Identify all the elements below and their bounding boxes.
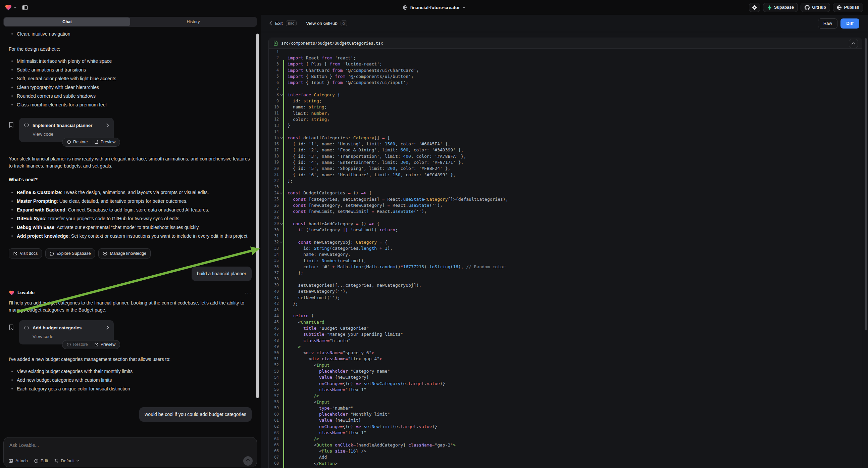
code-line: 33 id: String(categories.length + 1), [269, 245, 862, 252]
visit-docs-button[interactable]: Visit docs [9, 248, 42, 259]
line-number: 30 [269, 228, 279, 232]
chevron-left-icon [270, 21, 272, 26]
file-path: src/components/budget/BudgetCategories.t… [281, 41, 383, 46]
settings-button[interactable] [749, 3, 760, 12]
edit-mode-button[interactable]: Edit [34, 458, 48, 463]
line-number: 11 [269, 111, 279, 116]
code-line: 14 [269, 128, 862, 135]
fold-chevron-icon[interactable] [279, 241, 283, 243]
line-number: 44 [269, 314, 279, 318]
esc-key-badge: ESC [286, 21, 297, 26]
view-on-github-button[interactable]: View on GitHub G [306, 21, 347, 26]
user-message-bubble: would be cool if you could add budget ca… [139, 407, 252, 422]
code-text: const newCategoryObj: Category = { [283, 240, 862, 245]
exit-button[interactable]: Exit ESC [270, 21, 297, 26]
line-number: 28 [269, 215, 279, 220]
preview-button[interactable]: Preview [91, 138, 118, 146]
code-line: 10 name: string; [269, 104, 862, 110]
code-text: className="flex-1" [283, 387, 862, 392]
bookmark-icon [9, 122, 14, 128]
chat-composer[interactable]: Ask Lovable... Attach Edit [3, 437, 257, 467]
file-header[interactable]: src/components/budget/BudgetCategories.t… [269, 38, 862, 49]
version-card-row: Add budget categories View code Restore [9, 320, 252, 345]
tab-chat[interactable]: Chat [4, 18, 130, 26]
raw-toggle-button[interactable]: Raw [818, 19, 837, 29]
line-number: 50 [269, 351, 279, 355]
list-item: Add project knowledge: Set key context o… [9, 232, 252, 240]
code-line: 13} [269, 122, 862, 128]
code-line: 35 limit: Number(newLimit), [269, 258, 862, 264]
gear-icon [752, 5, 757, 10]
code-text: /> [283, 436, 862, 441]
view-code-link[interactable]: View code [33, 333, 53, 340]
line-number: 20 [269, 166, 279, 171]
diff-toggle-button[interactable]: Diff [840, 19, 859, 29]
message-menu-button[interactable]: ··· [245, 289, 252, 296]
g-key-badge: G [341, 21, 347, 26]
code-text: value={newLimit} [283, 418, 862, 423]
line-number: 31 [269, 234, 279, 238]
code-text: </Button> [283, 461, 862, 466]
code-line: 18 { id: '3', name: 'Transportation', li… [269, 153, 862, 159]
explore-supabase-button[interactable]: Explore Supabase [45, 248, 95, 259]
version-card-add-budget-categories[interactable]: Add budget categories View code Restore [19, 320, 114, 345]
code-line: 32 const newCategoryObj: Category = { [269, 239, 862, 245]
code-text [283, 215, 862, 220]
version-card-implement-financial-planner[interactable]: Implement financial planner View code Re [19, 118, 114, 142]
line-number: 22 [269, 178, 279, 183]
code-editor[interactable]: 1 2import React from 'react';3import { P… [269, 49, 862, 468]
supabase-icon [767, 5, 772, 10]
list-item: Clean typography with clear hierarchies [9, 83, 252, 92]
list-item: Refine & Customize: Tweak the design, an… [9, 188, 252, 197]
knowledge-box-icon [103, 252, 107, 256]
publish-button[interactable]: Publish [833, 3, 863, 12]
quick-actions-row: Visit docs Explore Supabase Manage knowl… [9, 248, 252, 259]
sidebar-toggle-button[interactable] [20, 3, 30, 12]
project-switcher[interactable]: financial-future-creator [403, 0, 466, 15]
fold-chevron-icon[interactable] [279, 94, 283, 96]
send-button[interactable] [243, 456, 253, 466]
line-number: 48 [269, 338, 279, 343]
restore-button[interactable]: Restore [64, 138, 91, 146]
line-number: 29 [269, 221, 279, 226]
code-text: type="number" [283, 406, 862, 411]
tab-history[interactable]: History [130, 18, 256, 26]
line-number: 3 [269, 62, 279, 66]
code-scrollbar[interactable] [865, 38, 867, 330]
line-number: 2 [269, 55, 279, 60]
collapse-file-button[interactable] [849, 39, 858, 48]
preview-button[interactable]: Preview [91, 341, 118, 349]
restore-button[interactable]: Restore [64, 341, 91, 349]
code-text [283, 86, 862, 91]
manage-knowledge-button[interactable]: Manage knowledge [98, 248, 150, 259]
line-number: 35 [269, 258, 279, 263]
model-selector[interactable]: Default [54, 458, 79, 463]
code-line: 28 [269, 214, 862, 221]
code-text: onChange={(e) => setNewCategory(e.target… [283, 381, 862, 386]
line-number: 25 [269, 197, 279, 201]
attach-button[interactable]: Attach [9, 458, 28, 463]
restore-icon [67, 343, 71, 347]
view-code-link[interactable]: View code [33, 130, 53, 138]
list-item: GitHub Sync: Transfer your project's cod… [9, 214, 252, 223]
chat-message-list[interactable]: Clean, intuitive navigation For the desi… [0, 27, 260, 434]
code-line: 44 return ( [269, 313, 862, 319]
line-number: 51 [269, 356, 279, 361]
composer-placeholder[interactable]: Ask Lovable... [9, 442, 39, 448]
fold-chevron-icon[interactable] [279, 223, 283, 225]
chevron-down-icon [14, 6, 17, 8]
code-text: }; [283, 301, 862, 306]
chat-scrollbar[interactable] [256, 34, 259, 398]
supabase-button[interactable]: Supabase [763, 3, 798, 12]
github-button[interactable]: GitHub [801, 3, 830, 12]
code-line: 47 subtitle="Manage your spending limits… [269, 331, 862, 338]
line-number: 56 [269, 387, 279, 392]
lovable-workspace-menu[interactable] [5, 4, 17, 11]
code-text [283, 234, 862, 239]
code-text: import { Button } from '@/components/ui/… [283, 74, 862, 79]
line-number: 68 [269, 461, 279, 466]
fold-chevron-icon[interactable] [279, 192, 283, 194]
code-text: const [categories, setCategories] = Reac… [283, 197, 862, 202]
fold-chevron-icon[interactable] [279, 137, 283, 139]
code-text: title="Budget Categories" [283, 326, 862, 331]
